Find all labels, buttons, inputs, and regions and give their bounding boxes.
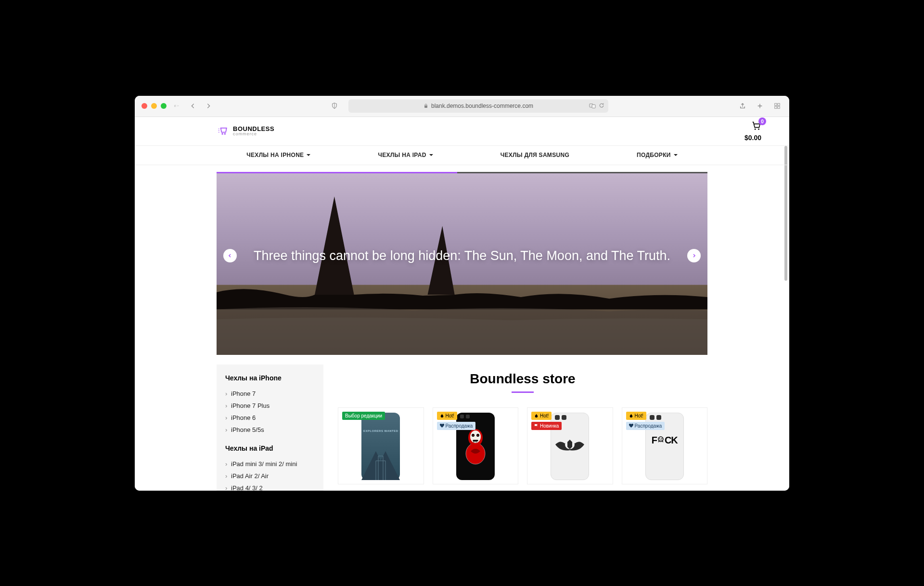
nav-label: ПОДБОРКИ — [637, 152, 671, 158]
sidebar-item-iphone7plus[interactable]: iPhone 7 Plus — [225, 400, 315, 412]
slider-prev-button[interactable] — [223, 249, 237, 262]
slider-next-button[interactable] — [687, 249, 701, 262]
product-grid: Выбор редакции EXPLORERS WANTED Hot! — [338, 407, 707, 484]
svg-rect-5 — [775, 104, 777, 105]
svg-point-9 — [221, 133, 223, 134]
svg-point-24 — [659, 438, 660, 439]
cart-button[interactable]: 0 $0.00 — [744, 120, 761, 142]
browser-window: blank.demos.boundless-commerce.com — [135, 96, 789, 491]
product-card[interactable]: Hot! Распродажа FCK — [622, 407, 708, 484]
svg-rect-2 — [424, 105, 427, 108]
site-header: BOUNDLESS commerce 0 $0.00 — [135, 117, 789, 146]
nav-item-samsung[interactable]: ЧЕХЛЫ ДЛЯ SAMSUNG — [500, 152, 569, 158]
forward-button[interactable] — [203, 101, 214, 111]
title-underline — [512, 391, 534, 393]
svg-rect-13 — [217, 172, 707, 300]
sidebar-group-title: Чехлы на iPhone — [225, 374, 315, 382]
svg-rect-7 — [775, 106, 777, 108]
main-nav: ЧЕХЛЫ НА IPHONE ЧЕХЛЫ НА IPAD ЧЕХЛЫ ДЛЯ … — [135, 146, 789, 165]
hero-slider: Three things cannot be long hidden: The … — [217, 172, 707, 355]
badge-editor-choice: Выбор редакции — [342, 412, 385, 420]
content-area: Чехлы на iPhone iPhone 7 iPhone 7 Plus i… — [217, 365, 707, 491]
nav-label: ЧЕХЛЫ НА IPAD — [378, 152, 426, 158]
svg-rect-4 — [592, 104, 595, 108]
minimize-window-button[interactable] — [151, 103, 157, 109]
nav-item-ipad[interactable]: ЧЕХЛЫ НА IPAD — [378, 152, 433, 158]
heart-icon — [440, 424, 444, 428]
svg-point-25 — [661, 438, 662, 439]
svg-point-10 — [224, 133, 226, 134]
sidebar-item-ipad4[interactable]: iPad 4/ 3/ 2 — [225, 482, 315, 491]
page-content: BOUNDLESS commerce 0 $0.00 ЧЕХЛЫ НА IPHO… — [135, 117, 789, 491]
nav-label: ЧЕХЛЫ НА IPHONE — [246, 152, 304, 158]
badge-sale: Распродажа — [626, 422, 665, 430]
sidebar-group-title: Чехлы на iPad — [225, 444, 315, 452]
sidebar-item-iphone6[interactable]: iPhone 6 — [225, 412, 315, 424]
maximize-window-button[interactable] — [161, 103, 167, 109]
sidebar-icon — [174, 105, 176, 107]
svg-rect-0 — [174, 105, 176, 106]
cart-total: $0.00 — [744, 134, 761, 142]
nav-item-iphone[interactable]: ЧЕХЛЫ НА IPHONE — [246, 152, 310, 158]
chevron-down-icon — [177, 104, 179, 108]
flame-icon — [440, 414, 444, 418]
flame-icon — [629, 414, 633, 418]
flame-icon — [534, 414, 539, 418]
nav-label: ЧЕХЛЫ ДЛЯ SAMSUNG — [500, 152, 569, 158]
product-deco-text: EXPLORERS WANTED — [361, 430, 400, 432]
logo[interactable]: BOUNDLESS commerce — [217, 125, 274, 137]
chevron-down-icon — [307, 154, 310, 156]
hero-text: Three things cannot be long hidden: The … — [254, 248, 670, 263]
browser-chrome: blank.demos.boundless-commerce.com — [135, 96, 789, 117]
sidebar-toggle[interactable] — [174, 104, 179, 108]
nav-item-collections[interactable]: ПОДБОРКИ — [637, 152, 678, 158]
chevron-down-icon — [429, 154, 433, 156]
product-image: EXPLORERS WANTED — [361, 413, 400, 480]
slider-progress — [217, 172, 457, 173]
product-card[interactable]: Hot! Распродажа — [433, 407, 519, 484]
svg-point-21 — [477, 435, 478, 436]
category-sidebar: Чехлы на iPhone iPhone 7 iPhone 7 Plus i… — [217, 365, 323, 491]
lock-icon — [424, 104, 428, 108]
address-bar[interactable]: blank.demos.boundless-commerce.com — [348, 99, 608, 113]
logo-icon — [217, 125, 229, 137]
sidebar-item-ipadair[interactable]: iPad Air 2/ Air — [225, 470, 315, 482]
product-card[interactable]: Hot! Новинка — [527, 407, 613, 484]
product-card[interactable]: Выбор редакции EXPLORERS WANTED — [338, 407, 424, 484]
sidebar-item-ipadmini[interactable]: iPad mini 3/ mini 2/ mini — [225, 458, 315, 470]
traffic-lights — [141, 103, 167, 109]
close-window-button[interactable] — [141, 103, 147, 109]
sidebar-item-iphone5[interactable]: iPhone 5/5s — [225, 424, 315, 436]
svg-point-11 — [755, 129, 756, 130]
heart-icon — [629, 424, 633, 428]
translate-icon[interactable] — [589, 103, 596, 109]
main-content: Boundless store Выбор редакции EXPLORERS… — [338, 365, 707, 491]
logo-sub-text: commerce — [233, 132, 274, 136]
flag-icon — [534, 424, 539, 428]
url-text: blank.demos.boundless-commerce.com — [431, 103, 533, 109]
badge-hot: Hot! — [437, 412, 457, 420]
shield-icon[interactable] — [329, 101, 340, 111]
reload-icon[interactable] — [599, 103, 604, 108]
main-title: Boundless store — [338, 371, 707, 387]
new-tab-button[interactable] — [755, 101, 765, 111]
share-button[interactable] — [737, 101, 748, 111]
svg-rect-6 — [778, 104, 780, 105]
badge-hot: Hot! — [626, 412, 646, 420]
badge-new: Новинка — [531, 422, 562, 430]
svg-rect-8 — [778, 106, 780, 108]
cart-count-badge: 0 — [758, 117, 766, 125]
sidebar-item-iphone7[interactable]: iPhone 7 — [225, 388, 315, 400]
badge-hot: Hot! — [531, 412, 552, 420]
svg-point-20 — [473, 435, 474, 436]
tabs-overview-button[interactable] — [772, 101, 783, 111]
badge-sale: Распродажа — [437, 422, 476, 430]
svg-point-12 — [758, 129, 759, 130]
chevron-down-icon — [674, 154, 678, 156]
back-button[interactable] — [188, 101, 198, 111]
